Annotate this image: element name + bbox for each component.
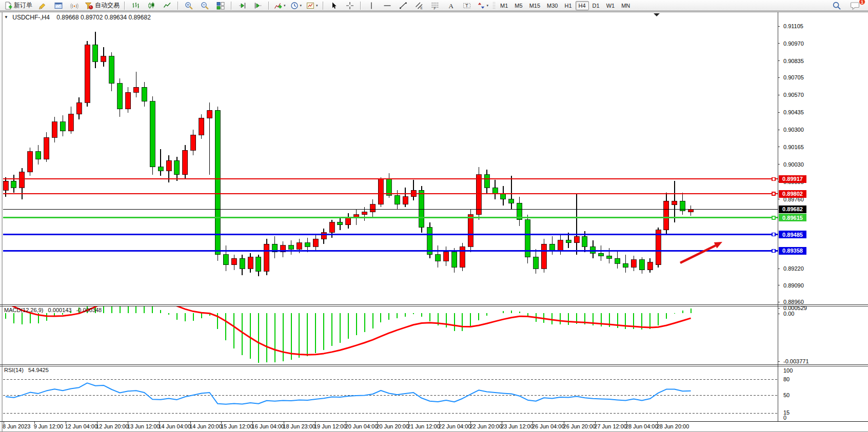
toolbar-separator: [268, 2, 269, 10]
candle-chart-button[interactable]: [144, 0, 159, 11]
doc-plus-icon: [4, 2, 12, 10]
channel-icon: E: [415, 2, 423, 10]
autotrade-icon: [85, 2, 93, 10]
timeframe-m15-button[interactable]: M15: [526, 1, 543, 10]
svg-text:0.90970: 0.90970: [783, 40, 804, 47]
zoom-in-button[interactable]: [181, 0, 196, 11]
svg-text:22 Jun 20:00: 22 Jun 20:00: [470, 423, 503, 429]
tile-windows-button[interactable]: [213, 0, 228, 11]
timeframe-m30-button[interactable]: M30: [544, 1, 561, 10]
bar-chart-icon: [131, 2, 140, 10]
cursor-button[interactable]: [326, 0, 342, 11]
svg-text:0.89802: 0.89802: [782, 191, 803, 197]
timeframe-h1-button[interactable]: H1: [561, 1, 575, 10]
vline-icon: [367, 2, 376, 10]
svg-text:0.89358: 0.89358: [782, 248, 803, 254]
tile-windows-icon: [216, 2, 225, 10]
auto-trading-button[interactable]: 自动交易: [83, 0, 122, 11]
chevron-down-icon: ▾: [487, 4, 489, 7]
svg-text:28 Jun 20:00: 28 Jun 20:00: [657, 423, 689, 429]
text-label-button[interactable]: T: [459, 0, 475, 11]
arrows-button[interactable]: ▾: [475, 0, 491, 11]
text-button[interactable]: A: [443, 0, 459, 11]
bar-chart-button[interactable]: [128, 0, 143, 11]
indicators-icon: [274, 2, 282, 10]
auto-trading-button-label: 自动交易: [95, 1, 120, 10]
templates-button[interactable]: ▾: [304, 0, 320, 11]
svg-text:0.90705: 0.90705: [783, 74, 804, 80]
svg-text:13 Jun 12:00: 13 Jun 12:00: [127, 423, 160, 429]
periods-button[interactable]: ▾: [288, 0, 304, 11]
chart-profile-button[interactable]: [51, 0, 66, 11]
crayon-icon: [38, 2, 47, 10]
new-order-button[interactable]: 新订单: [2, 0, 34, 11]
chart-shift-button[interactable]: [250, 0, 266, 11]
svg-text:0: 0: [783, 415, 786, 421]
timeframe-d1-button[interactable]: D1: [589, 1, 603, 10]
svg-text:12 Jun 20:00: 12 Jun 20:00: [96, 423, 129, 429]
svg-text:18 Jun 23:00: 18 Jun 23:00: [283, 423, 315, 429]
timeframe-m5-button[interactable]: M5: [511, 1, 525, 10]
search-button[interactable]: [829, 0, 844, 11]
macd-panel: [6, 288, 691, 363]
macd-axis[interactable]: 0.0005290.00-0.003771: [778, 305, 809, 364]
svg-text:0.90030: 0.90030: [783, 161, 804, 168]
crosshair-button[interactable]: [342, 0, 358, 11]
objects-collapse-icon[interactable]: [654, 13, 660, 16]
equidistant-channel-button[interactable]: E: [411, 0, 427, 11]
svg-text:0.89220: 0.89220: [783, 265, 804, 272]
hline-icon: [383, 2, 391, 10]
timeframe-h4-button[interactable]: H4: [576, 1, 589, 10]
zoom-out-button[interactable]: [197, 0, 212, 11]
zoom-in-icon: [185, 2, 193, 10]
cursor-icon: [330, 2, 338, 10]
signals-button[interactable]: [67, 0, 82, 11]
svg-text:9 Jun 12:00: 9 Jun 12:00: [34, 423, 64, 429]
timeframe-w1-button[interactable]: W1: [603, 1, 618, 10]
timeframe-mn-button[interactable]: MN: [618, 1, 633, 10]
chevron-down-icon: ▾: [316, 4, 318, 7]
svg-text:0.91105: 0.91105: [783, 23, 803, 29]
toolbar-separator: [124, 2, 125, 10]
svg-text:20 Jun 04:00: 20 Jun 04:00: [345, 423, 378, 429]
indicators-button[interactable]: ▾: [272, 0, 288, 11]
svg-text:0.90435: 0.90435: [783, 109, 804, 115]
timeframe-m1-button[interactable]: M1: [497, 1, 511, 10]
svg-text:27 Jun 12:00: 27 Jun 12:00: [594, 423, 627, 429]
svg-text:0.89485: 0.89485: [782, 232, 803, 238]
svg-text:0.00: 0.00: [783, 311, 794, 317]
svg-text:20 Jun 20:00: 20 Jun 20:00: [376, 423, 409, 429]
svg-text:0.90835: 0.90835: [783, 58, 804, 64]
candle-chart-icon: [147, 2, 155, 10]
chart-window[interactable]: 0.911050.909700.908350.907050.905700.904…: [0, 0, 868, 432]
svg-text:0.90300: 0.90300: [783, 127, 804, 133]
horizontal-line-button[interactable]: [380, 0, 395, 11]
clock-icon: [290, 2, 299, 10]
chevron-down-icon: ▾: [284, 4, 286, 7]
trendline-button[interactable]: [396, 0, 411, 11]
toolbar-separator: [177, 2, 179, 10]
svg-text:26 Jun 20:00: 26 Jun 20:00: [563, 423, 596, 429]
crosshair-icon: [346, 2, 354, 10]
svg-text:T: T: [465, 3, 468, 8]
text-a-icon: A: [447, 2, 455, 10]
vertical-line-button[interactable]: [364, 0, 379, 11]
svg-text:14 Jun 04:00: 14 Jun 04:00: [159, 423, 191, 429]
auto-scroll-button[interactable]: [234, 0, 250, 11]
auto-scroll-icon: [238, 2, 246, 10]
time-axis[interactable]: 8 Jun 20239 Jun 12:0012 Jun 04:0012 Jun …: [3, 422, 689, 429]
price-chart-svg[interactable]: 0.911050.909700.908350.907050.905700.904…: [0, 0, 868, 432]
svg-text:0.90165: 0.90165: [783, 144, 804, 150]
svg-text:14 Jun 20:00: 14 Jun 20:00: [189, 423, 222, 429]
line-chart-button[interactable]: [160, 0, 175, 11]
rsi-axis[interactable]: 1008050150: [783, 367, 793, 421]
toolbar-drag-handle: [492, 2, 495, 10]
fibonacci-button[interactable]: F: [427, 0, 443, 11]
horizontal-line-objects[interactable]: 0.899170.898020.896820.896150.894850.893…: [3, 175, 806, 255]
highlighter-button[interactable]: [35, 0, 50, 11]
trend-arrow-annotation[interactable]: [680, 242, 722, 263]
zoom-out-icon: [201, 2, 209, 10]
price-axis[interactable]: 0.911050.909700.908350.907050.905700.904…: [778, 23, 804, 305]
toolbar: 新订单自动交易▾▾▾EFAT▾M1M5M15M30H1H4D1W1MN1: [0, 0, 868, 11]
notifications-button[interactable]: 1: [847, 0, 863, 11]
